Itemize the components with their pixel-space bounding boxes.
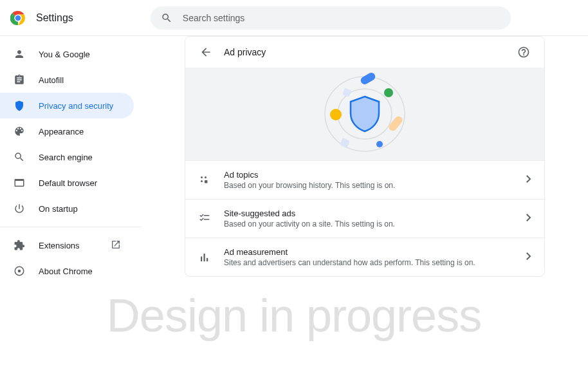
row-title: Site-suggested ads	[224, 209, 526, 218]
svg-rect-20	[207, 257, 208, 261]
hero-illustration	[185, 68, 544, 160]
search-icon	[161, 12, 172, 24]
sidebar-item-label: Privacy and security	[39, 101, 113, 111]
row-subtitle: Based on your browsing history. This set…	[224, 181, 526, 190]
row-subtitle: Sites and advertisers can understand how…	[224, 258, 526, 267]
svg-point-4	[18, 270, 21, 273]
panel-title: Ad privacy	[224, 47, 513, 57]
svg-rect-7	[360, 72, 377, 86]
svg-rect-11	[340, 138, 350, 148]
svg-point-14	[201, 176, 203, 178]
sidebar-item-label: Appearance	[39, 127, 84, 136]
chevron-right-icon	[526, 252, 531, 262]
clipboard-icon	[13, 74, 26, 86]
row-title: Ad topics	[224, 170, 526, 180]
sidebar-item-autofill[interactable]: Autofill	[0, 67, 134, 93]
svg-rect-19	[204, 254, 205, 261]
sidebar-item-on-startup[interactable]: On startup	[0, 196, 134, 221]
open-external-icon	[111, 239, 121, 252]
svg-rect-13	[342, 88, 351, 97]
sidebar-item-default-browser[interactable]: Default browser	[0, 170, 134, 196]
search-icon	[13, 151, 26, 163]
checklist-icon	[198, 213, 211, 225]
topbar: Settings	[0, 0, 588, 36]
row-title: Ad measurement	[224, 247, 526, 257]
sidebar-item-you-and-google[interactable]: You & Google	[0, 41, 134, 67]
nav-divider	[0, 227, 142, 227]
svg-point-12	[330, 109, 342, 120]
chevron-right-icon	[526, 175, 531, 185]
sidebar-item-search-engine[interactable]: Search engine	[0, 144, 134, 170]
sidebar-item-label: Autofill	[39, 75, 64, 85]
row-ad-topics[interactable]: Ad topics Based on your browsing history…	[185, 160, 544, 199]
sidebar-item-label: About Chrome	[39, 266, 93, 276]
sidebar-item-label: You & Google	[39, 50, 90, 59]
arrow-back-icon	[199, 46, 212, 59]
power-icon	[13, 203, 26, 214]
svg-point-16	[201, 180, 203, 182]
browser-icon	[13, 177, 26, 189]
svg-point-2	[15, 15, 21, 21]
back-button[interactable]	[196, 42, 216, 62]
sidebar-item-label: On startup	[39, 204, 78, 214]
sidebar-item-appearance[interactable]: Appearance	[0, 118, 134, 144]
topics-icon	[198, 174, 211, 186]
sidebar-item-privacy-security[interactable]: Privacy and security	[0, 93, 134, 118]
sidebar-item-label: Extensions	[39, 241, 80, 250]
search-box[interactable]	[151, 6, 511, 30]
sidebar-item-extensions[interactable]: Extensions	[0, 232, 134, 258]
search-input[interactable]	[183, 13, 501, 23]
chevron-right-icon	[526, 214, 531, 223]
sidebar: You & Google Autofill Privacy and securi…	[0, 36, 142, 284]
row-subtitle: Based on your activity on a site. This s…	[224, 220, 526, 229]
extension-icon	[13, 239, 26, 251]
svg-rect-17	[205, 180, 208, 183]
shield-icon	[13, 100, 26, 111]
sidebar-item-label: Search engine	[39, 153, 93, 162]
chrome-logo-icon	[10, 10, 26, 26]
page-title: Settings	[36, 12, 73, 24]
content-area: Ad privacy	[142, 36, 588, 284]
palette-icon	[13, 126, 26, 137]
help-button[interactable]	[513, 42, 534, 62]
settings-panel: Ad privacy	[185, 36, 545, 277]
row-ad-measurement[interactable]: Ad measurement Sites and advertisers can…	[185, 238, 544, 276]
sidebar-item-about-chrome[interactable]: About Chrome	[0, 258, 134, 284]
svg-rect-18	[201, 256, 202, 261]
bars-icon	[198, 252, 211, 263]
person-icon	[13, 48, 26, 60]
watermark-text: Design in progress	[0, 289, 588, 342]
chrome-icon	[13, 265, 26, 277]
row-site-suggested-ads[interactable]: Site-suggested ads Based on your activit…	[185, 199, 544, 238]
svg-point-8	[384, 88, 393, 97]
panel-header: Ad privacy	[185, 37, 544, 68]
sidebar-item-label: Default browser	[39, 178, 97, 188]
svg-point-10	[376, 141, 383, 147]
help-icon	[517, 46, 530, 59]
svg-point-15	[205, 176, 207, 178]
